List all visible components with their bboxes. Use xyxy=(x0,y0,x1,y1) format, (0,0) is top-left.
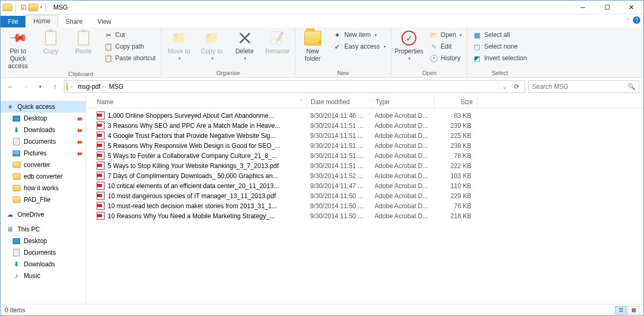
breadcrumb-seg[interactable]: msg-pdf› xyxy=(76,83,106,90)
star-icon: ★ xyxy=(6,103,14,111)
nav-desktop-2[interactable]: Desktop xyxy=(1,235,86,247)
file-row[interactable]: 5 Reasons Why Responsive Web Design is G… xyxy=(86,141,643,151)
collapse-ribbon-icon[interactable]: ⌃ xyxy=(626,17,630,23)
file-size: 83 KB xyxy=(433,112,475,119)
copy-path-button[interactable]: 📋Copy path xyxy=(102,41,158,52)
nav-documents[interactable]: Documents📌 xyxy=(1,136,86,147)
file-row[interactable]: 1,000 Online Shoppers Surveyed About Car… xyxy=(86,110,643,120)
refresh-button[interactable]: ⟳ xyxy=(511,83,522,90)
search-input[interactable] xyxy=(532,83,628,90)
tab-view[interactable]: View xyxy=(90,16,118,27)
minimize-button[interactable]: ─ xyxy=(571,1,595,14)
select-none-icon: ▢ xyxy=(473,42,481,51)
separator xyxy=(45,3,46,12)
col-name[interactable]: Name˄ xyxy=(92,98,306,106)
breadcrumb-seg[interactable]: MSG xyxy=(107,83,125,90)
copy-to-button[interactable]: 📁 Copy to▾ xyxy=(198,30,226,61)
paste-shortcut-button[interactable]: 📋Paste shortcut xyxy=(102,53,158,63)
file-list: Name˄ Date modified Type Size 1,000 Onli… xyxy=(86,96,643,304)
copy-button[interactable]: Copy xyxy=(36,30,65,55)
nav-folder-converter[interactable]: converter xyxy=(1,159,86,171)
pin-icon: 📌 xyxy=(75,114,83,123)
nav-pictures[interactable]: Pictures📌 xyxy=(1,147,86,159)
nav-documents-2[interactable]: Documents xyxy=(1,247,86,258)
file-row[interactable]: 10 must-read tech decision maker stories… xyxy=(86,201,643,211)
folder-icon xyxy=(12,161,21,169)
qat-dropdown-icon[interactable]: ▾ xyxy=(40,5,42,10)
path-dropdown-icon[interactable]: ⌄ xyxy=(499,84,510,90)
maximize-button[interactable]: ☐ xyxy=(595,1,619,14)
col-type[interactable]: Type xyxy=(371,98,434,106)
label: Paste xyxy=(76,48,92,55)
nav-folder-pad-file[interactable]: PAD_FIle xyxy=(1,194,86,206)
nav-desktop[interactable]: Desktop📌 xyxy=(1,113,86,124)
select-none-button[interactable]: ▢Select none xyxy=(471,41,529,52)
chevron-right-icon[interactable]: › xyxy=(71,84,72,89)
pin-icon: 📌 xyxy=(75,149,83,157)
ribbon-tabs: File Home Share View ⌃ ? xyxy=(1,14,643,27)
breadcrumb[interactable]: › msg-pdf› MSG ⌄ ⟳ xyxy=(64,80,525,93)
qat-properties-icon[interactable]: ☑ xyxy=(19,3,27,12)
move-to-button[interactable]: 📁 Move to▾ xyxy=(165,30,193,61)
nav-music[interactable]: ♪Music xyxy=(1,270,86,282)
select-all-button[interactable]: ▦Select all xyxy=(471,30,529,40)
edit-button[interactable]: ✎Edit xyxy=(427,41,464,52)
details-view-button[interactable]: ☰ xyxy=(615,306,627,314)
close-button[interactable]: ✕ xyxy=(619,1,643,14)
properties-button[interactable]: ✓ Properties▾ xyxy=(395,30,423,61)
pictures-icon xyxy=(12,149,21,157)
help-icon[interactable]: ? xyxy=(633,16,640,24)
nav-folder-how-it-works[interactable]: how it works xyxy=(1,182,86,194)
file-row[interactable]: 5 Ways to Stop Killing Your Website Rank… xyxy=(86,161,643,171)
recent-dropdown[interactable]: ▾ xyxy=(34,81,46,92)
pin-to-quick-access-button[interactable]: 📌 Pin to Quick access xyxy=(4,30,32,70)
file-row[interactable]: 5 Ways to Foster a Collaborative Company… xyxy=(86,151,643,161)
file-row[interactable]: 4 Google Trust Factors that Provide Nega… xyxy=(86,131,643,141)
navigation-pane[interactable]: ★Quick access Desktop📌 ⬇Downloads📌 Docum… xyxy=(1,96,86,304)
file-row[interactable]: 10 most dangerous species of IT manager_… xyxy=(86,191,643,201)
select-all-icon: ▦ xyxy=(473,31,481,39)
open-button[interactable]: 📂Open▾ xyxy=(427,30,464,40)
invert-selection-button[interactable]: ◩Invert selection xyxy=(471,53,529,63)
nav-onedrive[interactable]: ☁OneDrive xyxy=(1,209,86,220)
ribbon: 📌 Pin to Quick access Copy Paste ✂Cut 📋C… xyxy=(1,27,643,78)
pdf-icon xyxy=(97,192,105,200)
tab-file[interactable]: File xyxy=(1,16,25,27)
group-label: Select xyxy=(471,69,529,77)
nav-downloads-2[interactable]: ⬇Downloads xyxy=(1,258,86,270)
back-button[interactable]: ← xyxy=(5,81,16,92)
delete-button[interactable]: Delete▾ xyxy=(230,30,259,61)
cut-button[interactable]: ✂Cut xyxy=(102,30,158,40)
file-row[interactable]: 10 Reasons Why You Need a Mobile Marketi… xyxy=(86,211,643,221)
history-button[interactable]: 🕐History xyxy=(427,53,464,63)
new-item-button[interactable]: ✦New item▾ xyxy=(331,30,388,40)
tab-home[interactable]: Home xyxy=(25,15,58,27)
nav-this-pc[interactable]: 🖥This PC xyxy=(1,224,86,235)
col-size[interactable]: Size xyxy=(435,98,477,106)
file-row[interactable]: 7 Days of Complimentary Downloads_ 50,00… xyxy=(86,171,643,181)
nav-folder-edb-converter[interactable]: edb converter xyxy=(1,171,86,182)
rename-button[interactable]: 📝 Rename xyxy=(263,30,292,55)
forward-button[interactable]: → xyxy=(20,81,31,92)
nav-downloads[interactable]: ⬇Downloads📌 xyxy=(1,124,86,136)
up-button[interactable]: ↑ xyxy=(49,81,61,92)
file-rows[interactable]: 1,000 Online Shoppers Surveyed About Car… xyxy=(86,108,643,304)
easy-access-button[interactable]: ✔Easy access▾ xyxy=(331,41,388,52)
new-folder-button[interactable]: New folder xyxy=(298,30,327,62)
nav-quick-access[interactable]: ★Quick access xyxy=(1,101,86,113)
qat-newfolder-icon[interactable] xyxy=(29,4,38,11)
file-row[interactable]: 3 Reasons Why SEO and PPC Are a Match Ma… xyxy=(86,120,643,131)
file-date: 9/30/2014 11:52 AM xyxy=(306,172,370,180)
pdf-icon xyxy=(97,212,105,220)
col-date[interactable]: Date modified xyxy=(306,98,371,106)
title-bar: ☑ ▾ MSG ─ ☐ ✕ xyxy=(1,1,643,14)
group-clipboard: 📌 Pin to Quick access Copy Paste ✂Cut 📋C… xyxy=(1,27,162,77)
file-row[interactable]: 10 critical elements of an efficient dat… xyxy=(86,181,643,191)
tab-share[interactable]: Share xyxy=(58,16,90,27)
file-type: Adobe Acrobat D... xyxy=(370,152,433,160)
file-size: 78 KB xyxy=(433,152,475,160)
search-box[interactable]: 🔍 xyxy=(528,80,639,93)
paste-button[interactable]: Paste xyxy=(69,30,98,55)
copy-path-icon: 📋 xyxy=(104,42,113,51)
large-icons-view-button[interactable]: ▦ xyxy=(628,306,639,314)
